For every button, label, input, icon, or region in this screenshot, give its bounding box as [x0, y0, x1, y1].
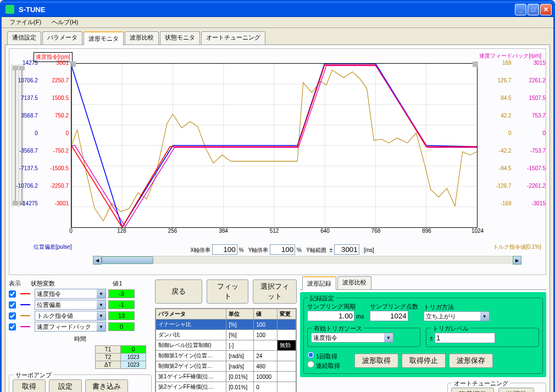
display-hdr-val: 値1 [104, 279, 131, 288]
samp-period-input[interactable] [307, 311, 354, 321]
yscale-label: Y軸倍率 [248, 247, 269, 253]
legend-swatch [20, 304, 30, 305]
legend-torque-cmd: トルク指令値[0.1%] [493, 243, 541, 255]
statevar-combo[interactable]: 速度フィードバック▼ [35, 322, 106, 332]
tab-compare2[interactable]: 波形比較 [337, 276, 371, 289]
param-row[interactable]: 制御第2ゲイン(位置…[rad/s]480 [156, 361, 296, 372]
servo-set-button[interactable]: 設定 [49, 379, 82, 392]
display-row: トルク指令値▼13 [9, 311, 152, 321]
trig-src-combo[interactable]: 速度指令▼ [311, 333, 393, 343]
chart-hscroll[interactable]: ◀ ▶ [93, 256, 521, 265]
fit-button[interactable]: フィット [207, 279, 248, 304]
param-row[interactable]: 制御第1ゲイン(位置…[rad/s]24 [156, 351, 296, 361]
statevar-combo[interactable]: トルク指令値▼ [35, 311, 106, 321]
display-checkbox[interactable] [9, 312, 16, 320]
servo-write-button[interactable]: 書き込み [85, 379, 128, 392]
hscroll-right-arrow[interactable]: ▶ [513, 256, 521, 265]
param-row[interactable]: イナーシャ比[%]100 [156, 320, 296, 330]
display-value: 13 [108, 311, 135, 320]
servo-title: サーボアンプ [14, 371, 53, 379]
xscale-input[interactable] [212, 244, 237, 255]
close-button[interactable]: ✕ [540, 4, 552, 15]
simple-tune-button[interactable]: 簡易調整 [451, 388, 494, 392]
tab-comm[interactable]: 通信設定 [7, 31, 41, 44]
autotune-group: オートチューニング 簡易調整 微調整 [447, 383, 546, 392]
display-value: -3 [108, 289, 135, 298]
servo-amp-group: サーボアンプ 取得 設定 書き込み [9, 374, 152, 392]
chart-box: 速度指令[rpm] 速度フィードバック[rpm] 14275300110706.… [9, 48, 546, 275]
select-fit-button[interactable]: 選択フィット [253, 279, 297, 304]
rec-title: 記録設定 [308, 294, 336, 303]
maximize-button[interactable]: □ [528, 4, 539, 15]
trig-lvl-label: トリガレベル [431, 324, 470, 333]
minimize-button[interactable]: _ [515, 4, 526, 15]
x-axis-ticks: 01282563845126407688961024 [71, 228, 478, 234]
yscale-input[interactable] [270, 244, 295, 255]
tab-state-monitor[interactable]: 状態モニタ [160, 31, 200, 44]
trig-lvl-input[interactable] [435, 333, 495, 343]
display-row: 速度指令▼-3 [9, 289, 152, 299]
titlebar[interactable]: S-TUNE _ □ ✕ [2, 2, 553, 17]
plot-area[interactable] [71, 63, 478, 228]
window-title: S-TUNE [16, 5, 514, 14]
trig-method-combo[interactable]: 立ち上がり▼ [424, 311, 490, 321]
time-table: T10T21023ΔT1023 [95, 345, 146, 369]
legend-swatch [20, 293, 30, 294]
display-checkbox[interactable] [9, 290, 16, 298]
wave-save-button[interactable]: 波形保存 [449, 354, 493, 368]
axis-controls: X軸倍率 % Y軸倍率 % Y軸範囲 ± [ms] [190, 243, 374, 255]
back-button[interactable]: 戻る [155, 279, 202, 304]
param-table[interactable]: パラメータ単位値変更イナーシャ比[%]100ダンパ比[%]100制御レベル(位置… [156, 309, 296, 392]
time-hdr: 時間 [9, 335, 152, 343]
samp-points-input[interactable] [370, 311, 408, 321]
display-hdr-state: 状態変数 [31, 279, 102, 288]
display-hdr-show: 表示 [9, 279, 29, 288]
hscroll-left-arrow[interactable]: ◀ [93, 256, 102, 265]
param-row[interactable]: 第2ゲインFF補償(位…[0.01%]0 [156, 382, 296, 393]
menu-help[interactable]: ヘルプ(H) [47, 18, 82, 26]
legend-swatch [20, 315, 30, 316]
fine-tune-button[interactable]: 微調整 [498, 388, 534, 392]
tab-record[interactable]: 波形記録 [302, 276, 336, 290]
app-icon [5, 5, 14, 14]
display-value: -1 [108, 300, 135, 309]
param-row[interactable]: ダンパ比[%]100 [156, 330, 296, 340]
param-row[interactable]: 制御レベル(位置制御)[-]無効 [156, 340, 296, 351]
display-checkbox[interactable] [9, 301, 16, 309]
cont-radio[interactable]: 連続取得 [307, 362, 340, 369]
display-checkbox[interactable] [9, 323, 16, 331]
display-row: 位置偏差▼-1 [9, 300, 152, 310]
samp-points-label: サンプリング点数 [370, 303, 418, 311]
wave-get-button[interactable]: 波形取得 [354, 354, 398, 368]
right-y-axis: 1693015126.72261.284.51507.542.2753.700-… [478, 63, 543, 228]
trig-method-label: トリガ方法 [424, 303, 539, 311]
tab-param[interactable]: パラメータ [42, 31, 82, 44]
menu-file[interactable]: ファイル(F) [5, 18, 46, 26]
statevar-combo[interactable]: 位置偏差▼ [35, 300, 106, 310]
legend-swatch [20, 326, 30, 327]
ms-label: [ms] [364, 247, 374, 253]
xscale-label: X軸倍率 [190, 247, 210, 253]
tab-waveform-compare[interactable]: 波形比較 [125, 31, 159, 44]
tab-autotune[interactable]: オートチューニング [201, 31, 265, 44]
servo-get-button[interactable]: 取得 [13, 379, 46, 392]
display-row: 速度フィードバック▼0 [9, 322, 152, 332]
yrange-label: Y軸範囲 [306, 247, 326, 253]
main-tabs: 通信設定 パラメータ 波形モニタ 波形比較 状態モニタ オートチューニング [5, 31, 550, 45]
statevar-combo[interactable]: 速度指令▼ [35, 289, 106, 299]
left-y-axis: 14275300110706.22250.77137.51500.53568.7… [12, 63, 71, 228]
display-value: 0 [108, 322, 135, 331]
tab-waveform-monitor[interactable]: 波形モニタ [84, 31, 124, 45]
param-row[interactable]: 第1ゲインFF補償(位…[0.01%]10000 [156, 372, 296, 382]
menubar: ファイル(F) ヘルプ(H) [2, 17, 553, 28]
autotune-title: オートチューニング [452, 379, 510, 388]
legend-pos-dev: 位置偏差[pulse] [34, 243, 71, 255]
trig-src-label: 有効トリガソース [312, 324, 364, 333]
wave-stop-button[interactable]: 取得停止 [402, 354, 446, 368]
samp-period-label: サンプリング周期 [307, 303, 364, 311]
once-radio[interactable]: 1回取得 [307, 353, 337, 360]
yrange-input[interactable] [334, 244, 359, 255]
